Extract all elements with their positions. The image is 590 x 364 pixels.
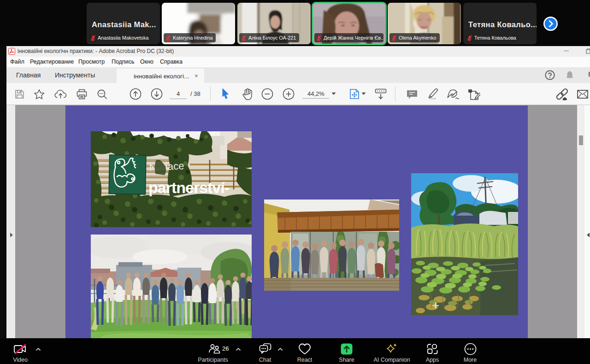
- svg-text:Nadace: Nadace: [149, 160, 184, 173]
- svg-text:partnerství-: partnerství-: [148, 179, 229, 196]
